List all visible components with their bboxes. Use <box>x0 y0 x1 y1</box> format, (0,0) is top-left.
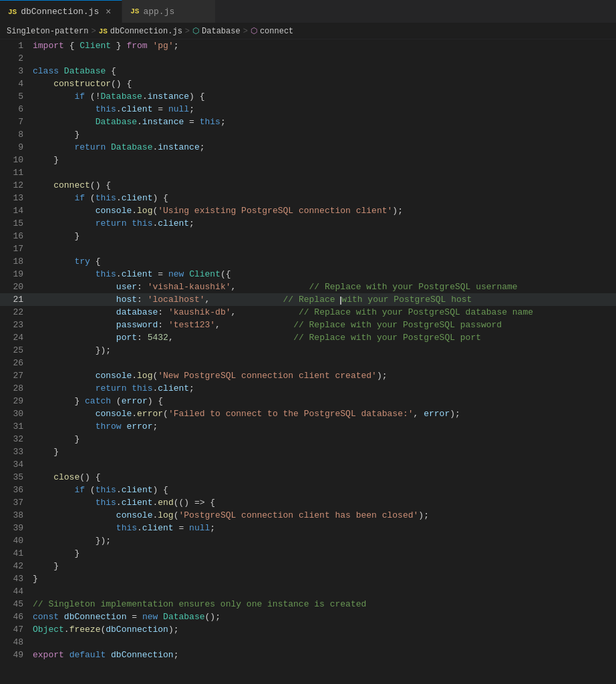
breadcrumb-folder: Singleton-pattern <box>7 27 88 36</box>
line-26: 26 <box>0 357 616 369</box>
line-46: 46 const dbConnection = new Database(); <box>0 611 616 623</box>
line-11: 11 <box>0 166 616 179</box>
line-17: 17 <box>0 242 616 255</box>
tab-dbConnection[interactable]: JS dbConnection.js × <box>0 0 122 23</box>
line-38: 38 console.log('PostgreSQL connection cl… <box>0 509 616 522</box>
line-32: 32 } <box>0 433 616 446</box>
tab-bar: JS dbConnection.js × JS app.js <box>0 0 616 23</box>
tab-js-icon: JS <box>8 8 17 16</box>
line-22: 22 database: 'kaushik-db', // Replace wi… <box>0 306 616 319</box>
line-4: 4 constructor() { <box>0 77 616 90</box>
line-45: 45 // Singleton implementation ensures o… <box>0 598 616 611</box>
line-7: 7 Database.instance = this; <box>0 116 616 128</box>
line-9: 9 return Database.instance; <box>0 141 616 154</box>
editor: 1 import { Client } from 'pg'; 2 3 class… <box>0 39 616 661</box>
breadcrumb: Singleton-pattern > JS dbConnection.js >… <box>0 23 616 39</box>
line-29: 29 } catch (error) { <box>0 395 616 407</box>
line-25: 25 }); <box>0 344 616 357</box>
line-23: 23 password: 'test123', // Replace with … <box>0 319 616 331</box>
line-43: 43 } <box>0 572 616 585</box>
line-27: 27 console.log('New PostgreSQL connectio… <box>0 369 616 382</box>
line-30: 30 console.error('Failed to connect to t… <box>0 407 616 420</box>
line-16: 16 } <box>0 230 616 242</box>
line-42: 42 } <box>0 560 616 572</box>
line-24: 24 port: 5432, // Replace with your Post… <box>0 331 616 344</box>
line-20: 20 user: 'vishal-kaushik', // Replace wi… <box>0 281 616 293</box>
line-1: 1 import { Client } from 'pg'; <box>0 39 616 52</box>
line-28: 28 return this.client; <box>0 382 616 395</box>
line-47: 47 Object.freeze(dbConnection); <box>0 623 616 636</box>
line-8: 8 } <box>0 128 616 141</box>
breadcrumb-method: connect <box>260 27 293 36</box>
line-44: 44 <box>0 585 616 598</box>
tab-app-label: app.js <box>143 7 174 17</box>
line-33: 33 } <box>0 446 616 458</box>
line-3: 3 class Database { <box>0 65 616 77</box>
tab-app[interactable]: JS app.js <box>122 0 216 23</box>
line-49: 49 export default dbConnection; <box>0 649 616 661</box>
line-39: 39 this.client = null; <box>0 522 616 534</box>
line-21: 21 host: 'localhost', // Replace with yo… <box>0 293 616 306</box>
tab-close-icon[interactable]: × <box>103 7 114 17</box>
line-14: 14 console.log('Using existing PostgreSQ… <box>0 204 616 217</box>
line-41: 41 } <box>0 547 616 560</box>
line-15: 15 return this.client; <box>0 217 616 230</box>
line-19: 19 this.client = new Client({ <box>0 268 616 281</box>
line-36: 36 if (this.client) { <box>0 484 616 496</box>
line-12: 12 connect() { <box>0 179 616 192</box>
breadcrumb-file: dbConnection.js <box>110 27 182 36</box>
breadcrumb-js-icon: JS <box>99 27 108 35</box>
line-5: 5 if (!Database.instance) { <box>0 90 616 103</box>
line-10: 10 } <box>0 154 616 166</box>
line-31: 31 throw error; <box>0 420 616 433</box>
line-18: 18 try { <box>0 255 616 268</box>
tab-dbConnection-label: dbConnection.js <box>21 7 99 17</box>
line-48: 48 <box>0 636 616 649</box>
tab-app-js-icon: JS <box>130 7 139 15</box>
breadcrumb-class: Database <box>202 27 241 36</box>
line-35: 35 close() { <box>0 471 616 484</box>
line-40: 40 }); <box>0 534 616 547</box>
breadcrumb-method-icon: ⬡ <box>251 26 257 36</box>
breadcrumb-class-icon: ⬡ <box>192 26 199 36</box>
line-13: 13 if (this.client) { <box>0 192 616 204</box>
line-37: 37 this.client.end(() => { <box>0 496 616 509</box>
line-34: 34 <box>0 458 616 471</box>
line-2: 2 <box>0 52 616 65</box>
line-6: 6 this.client = null; <box>0 103 616 116</box>
